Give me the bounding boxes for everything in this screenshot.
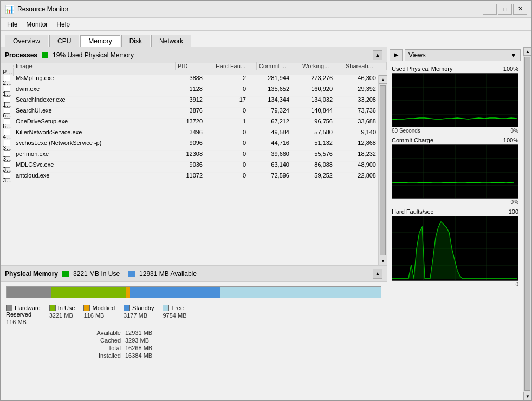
memory-bar-free (220, 287, 381, 298)
chart-upm-title-row: Used Physical Memory 100% (392, 65, 518, 72)
table-row[interactable]: antcloud.exe 11072 0 72,596 59,252 22,80… (1, 173, 378, 183)
main-content: Processes 19% Used Physical Memory ▲ Ima… (1, 47, 531, 400)
tab-disk[interactable]: Disk (121, 35, 150, 47)
chart-cc-title-row: Commit Charge 100% (392, 137, 518, 143)
tab-network[interactable]: Network (151, 35, 191, 47)
cell-image: OneDriveSetup.exe (14, 117, 167, 126)
scroll-up[interactable]: ▲ (379, 75, 387, 84)
maximize-button[interactable]: □ (498, 4, 512, 15)
chart-cc-bottom: 0% (392, 199, 518, 205)
cell-working: 59,252 (291, 171, 335, 180)
processes-scrollbar[interactable]: ▲ ▼ (378, 75, 387, 265)
scroll-down[interactable]: ▼ (379, 257, 387, 265)
cell-working: 160,920 (291, 84, 335, 93)
cell-image: antcloud.exe (14, 171, 167, 180)
legend-hw-label: Hardware (15, 305, 41, 311)
memory-bar-inuse (51, 287, 126, 298)
legend-hw-value: 116 MB (6, 319, 27, 325)
cell-commit: 72,596 (248, 171, 291, 180)
col-image[interactable]: Image (14, 62, 176, 70)
right-scroll-down[interactable]: ▼ (523, 392, 531, 400)
menu-file[interactable]: File (3, 19, 22, 29)
chart-commit-charge: Commit Charge 100% (392, 137, 518, 205)
cell-pid: 3876 (167, 106, 205, 115)
right-toolbar: ▶ Views ▼ (387, 47, 523, 63)
cell-shareable: 18,232 (335, 149, 378, 158)
stat-total-value: 16268 MB (125, 345, 168, 351)
legend-inuse: In Use 3221 MB (49, 305, 75, 319)
legend-hardware-reserved: Hardware Reserved 116 MB (6, 305, 41, 325)
legend-inuse-value: 3221 MB (49, 312, 73, 319)
cell-shareable: 33,688 (335, 117, 378, 126)
legend-free-box (163, 305, 169, 311)
scroll-thumb[interactable] (380, 85, 386, 255)
cell-hardfault: 0 (205, 171, 248, 180)
cell-hardfault: 0 (205, 139, 248, 147)
physical-memory-collapse-button[interactable]: ▲ (373, 269, 382, 279)
minimize-button[interactable]: — (483, 4, 497, 15)
legend-inuse-row: In Use (49, 305, 75, 311)
right-scroll-up[interactable]: ▲ (523, 47, 531, 56)
cell-image: perfmon.exe (14, 149, 167, 158)
app-window: 📊 Resource Monitor — □ ✕ File Monitor He… (0, 0, 532, 401)
chart-used-physical-memory: Used Physical Memory 100% (392, 65, 518, 134)
processes-header: Processes 19% Used Physical Memory ▲ (1, 47, 387, 63)
memory-bar-standby (130, 287, 220, 298)
legend-modified-box (83, 305, 90, 311)
chart-upm-zero: 0% (511, 128, 518, 134)
processes-title: Processes (5, 51, 37, 59)
chart-cc-title: Commit Charge (392, 137, 433, 143)
cell-shareable: 73,736 (335, 106, 378, 115)
cell-pid: 11072 (167, 171, 205, 180)
cell-pid: 3496 (167, 128, 205, 136)
cell-image: KillerNetworkService.exe (14, 128, 167, 136)
cell-image: MsMpEng.exe (14, 75, 167, 82)
col-pid[interactable]: PID (176, 62, 213, 70)
right-scrollbar[interactable]: ▲ ▼ (523, 47, 531, 400)
processes-table-body: MsMpEng.exe 3888 2 281,944 273,276 46,30… (1, 75, 378, 265)
memory-stats: Available 12931 MB Cached 3293 MB Total … (1, 327, 387, 361)
menu-monitor[interactable]: Monitor (22, 19, 52, 29)
views-chevron-icon: ▼ (510, 51, 517, 59)
memory-available-status: 12931 MB Available (139, 270, 197, 278)
tab-overview[interactable]: Overview (5, 35, 48, 47)
stat-available-value: 12931 MB (125, 330, 168, 336)
memory-bar-hardware-reserved (7, 287, 51, 298)
tab-memory[interactable]: Memory (80, 35, 120, 47)
views-button[interactable]: Views ▼ (405, 49, 521, 61)
cell-hardfault: 2 (205, 75, 248, 82)
legend-standby-box (124, 305, 130, 311)
menu-help[interactable]: Help (52, 19, 74, 29)
stat-available-label: Available (87, 330, 125, 336)
cell-commit: 79,324 (248, 106, 291, 115)
cell-commit: 49,584 (248, 128, 291, 136)
chart-hf-title: Hard Faults/sec (392, 208, 433, 215)
chart-hf-svg (392, 216, 518, 280)
chart-hf-canvas (392, 216, 518, 281)
right-panel: ▶ Views ▼ Used Physical Memory 100% (387, 47, 523, 400)
cell-shareable: 33,208 (335, 95, 378, 104)
tab-cpu[interactable]: CPU (49, 35, 79, 47)
title-bar: 📊 Resource Monitor — □ ✕ (1, 1, 531, 18)
cell-image: SearchUI.exe (14, 106, 167, 115)
cell-hardfault: 0 (205, 84, 248, 93)
right-scroll-thumb[interactable] (524, 57, 530, 391)
cell-commit: 39,660 (248, 149, 291, 158)
charts-section: Used Physical Memory 100% (387, 63, 523, 400)
chart-cc-canvas (392, 144, 518, 199)
col-working[interactable]: Working... (300, 62, 343, 70)
col-shareable[interactable]: Shareab... (343, 62, 387, 70)
legend-modified-value: 116 MB (83, 312, 104, 319)
col-hardfault[interactable]: Hard Fau... (213, 62, 257, 70)
close-button[interactable]: ✕ (513, 4, 527, 15)
legend-standby: Standby 3177 MB (124, 305, 154, 319)
cell-commit: 281,944 (248, 75, 291, 82)
cell-pid: 13720 (167, 117, 205, 126)
chart-hf-zero: 0 (515, 281, 518, 287)
memory-inuse-status: 3221 MB In Use (73, 270, 120, 278)
legend-modified: Modified 116 MB (83, 305, 115, 319)
physical-memory-panel: Physical Memory 3221 MB In Use 12931 MB … (1, 265, 387, 400)
col-commit[interactable]: Commit ... (257, 62, 300, 70)
expand-button[interactable]: ▶ (390, 49, 403, 61)
processes-collapse-button[interactable]: ▲ (373, 50, 382, 60)
